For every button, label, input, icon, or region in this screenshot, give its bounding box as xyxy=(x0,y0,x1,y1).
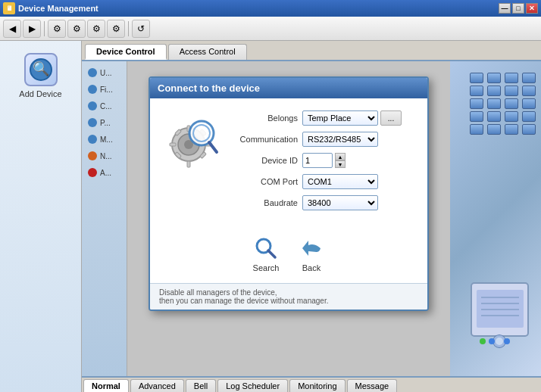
svg-line-22 xyxy=(209,142,217,152)
nav-item-5[interactable]: M... xyxy=(83,131,125,148)
belongs-row: Belongs Temp Place ... xyxy=(230,110,415,126)
device-id-label: Device ID xyxy=(230,156,302,165)
close-button[interactable]: ✕ xyxy=(526,3,538,14)
baudrate-select[interactable]: 38400 9600 19200 57600 115200 xyxy=(302,195,378,210)
keypad-key xyxy=(505,73,518,83)
svg-point-7 xyxy=(88,151,97,160)
tool-button-4[interactable]: ⚙ xyxy=(107,20,125,38)
nav-icon-1 xyxy=(86,67,99,79)
dialog-actions: Search Back xyxy=(150,229,427,283)
belongs-select[interactable]: Temp Place xyxy=(302,110,378,126)
keypad-key xyxy=(522,98,536,109)
bottom-tab-advanced[interactable]: Advanced xyxy=(130,379,184,392)
refresh-button[interactable]: ↺ xyxy=(132,20,150,38)
back-label: Back xyxy=(302,263,321,272)
com-port-label: COM Port xyxy=(230,177,302,186)
device-id-down[interactable]: ▼ xyxy=(335,160,346,168)
baudrate-label: Baudrate xyxy=(230,198,302,207)
tool-button-3[interactable]: ⚙ xyxy=(87,20,105,38)
belongs-label: Belongs xyxy=(230,114,302,123)
device-id-input[interactable] xyxy=(302,153,333,168)
sidebar-item-label: Add Device xyxy=(19,89,61,98)
search-button[interactable]: Search xyxy=(252,235,280,272)
bottom-tab-log-scheduler[interactable]: Log Scheduler xyxy=(217,379,288,392)
back-action-button[interactable]: Back xyxy=(298,235,325,272)
dialog-body: Belongs Temp Place ... xyxy=(150,98,427,229)
keypad-key xyxy=(522,111,536,122)
nav-item-3[interactable]: C... xyxy=(83,98,125,114)
tool-button-1[interactable]: ⚙ xyxy=(48,20,66,38)
com-port-select[interactable]: COM1 COM2 COM3 xyxy=(302,174,378,189)
keypad-key xyxy=(470,124,483,135)
device-id-row: Device ID ▲ ▼ xyxy=(230,153,415,168)
communication-control: RS232/RS485 xyxy=(302,132,378,147)
dialog-title: Connect to the device xyxy=(158,82,260,94)
inner-content: U... Fi... C... xyxy=(82,61,541,376)
baudrate-control: 38400 9600 19200 57600 115200 xyxy=(302,195,378,210)
connect-dialog: Connect to the device xyxy=(149,76,429,311)
svg-point-8 xyxy=(88,168,97,177)
tab-access-control[interactable]: Access Control xyxy=(168,44,247,60)
keypad-decoration xyxy=(470,73,537,135)
window-controls[interactable]: — □ ✕ xyxy=(499,3,538,14)
tool-button-2[interactable]: ⚙ xyxy=(67,20,86,38)
device-3d-icon xyxy=(460,279,539,353)
add-device-icon: 🔍 xyxy=(24,53,58,86)
search-icon xyxy=(252,235,280,262)
device-id-spinners: ▲ ▼ xyxy=(335,153,346,168)
communication-select[interactable]: RS232/RS485 xyxy=(302,132,378,147)
device-list: Connect to the device xyxy=(127,61,450,376)
keypad-key xyxy=(470,86,483,96)
dialog-form: Belongs Temp Place ... xyxy=(230,110,415,216)
nav-icon-5 xyxy=(86,133,99,145)
nav-icon-7 xyxy=(86,166,99,179)
bottom-tab-bell[interactable]: Bell xyxy=(186,379,216,392)
search-label: Search xyxy=(253,263,280,272)
nav-item-7[interactable]: A... xyxy=(83,164,125,181)
maximize-button[interactable]: □ xyxy=(512,3,524,14)
svg-point-33 xyxy=(496,338,503,345)
svg-point-4 xyxy=(88,101,97,110)
device-id-up[interactable]: ▲ xyxy=(335,153,346,160)
main-tab-bar: Device Control Access Control xyxy=(82,41,541,61)
nav-item-4[interactable]: P... xyxy=(83,114,125,131)
keypad-key xyxy=(470,73,483,83)
nav-icon-6 xyxy=(86,150,99,162)
keypad-key xyxy=(505,111,518,122)
footer-line-2: then you can manage the device without m… xyxy=(159,297,418,305)
back-button[interactable]: ◀ xyxy=(3,20,21,38)
bottom-tab-message[interactable]: Message xyxy=(347,379,398,392)
svg-point-3 xyxy=(88,85,97,94)
forward-button[interactable]: ▶ xyxy=(23,20,41,38)
svg-point-36 xyxy=(504,338,510,344)
svg-point-2 xyxy=(88,68,97,77)
keypad-key xyxy=(522,124,536,135)
svg-text:🔍: 🔍 xyxy=(33,61,50,77)
svg-point-6 xyxy=(88,135,97,144)
nav-icon-2 xyxy=(86,83,99,95)
svg-rect-13 xyxy=(187,161,190,167)
nav-item-1[interactable]: U... xyxy=(83,64,125,81)
svg-point-35 xyxy=(489,338,495,344)
minimize-button[interactable]: — xyxy=(499,3,511,14)
com-port-row: COM Port COM1 COM2 COM3 xyxy=(230,174,415,189)
keypad-key xyxy=(505,98,518,109)
keypad-key xyxy=(487,124,501,135)
sidebar-item-add-device[interactable]: 🔍 Add Device xyxy=(8,48,74,103)
nav-item-6[interactable]: N... xyxy=(83,148,125,164)
keypad-key xyxy=(470,111,483,122)
back-icon xyxy=(298,235,325,262)
tab-device-control[interactable]: Device Control xyxy=(85,44,167,60)
bottom-tab-normal[interactable]: Normal xyxy=(83,379,129,392)
nav-item-2[interactable]: Fi... xyxy=(83,81,125,98)
bottom-tab-monitoring[interactable]: Monitoring xyxy=(289,379,345,392)
content-area: Device Control Access Control U... Fi... xyxy=(82,41,541,392)
sidebar: 🔍 Add Device xyxy=(0,41,82,392)
browse-button[interactable]: ... xyxy=(380,110,402,126)
app-icon: 🖥 xyxy=(3,2,15,14)
keypad-key xyxy=(470,98,483,109)
keypad-key xyxy=(487,86,501,96)
com-port-control: COM1 COM2 COM3 xyxy=(302,174,378,189)
nav-icon-3 xyxy=(86,100,99,112)
right-panel xyxy=(450,61,541,376)
